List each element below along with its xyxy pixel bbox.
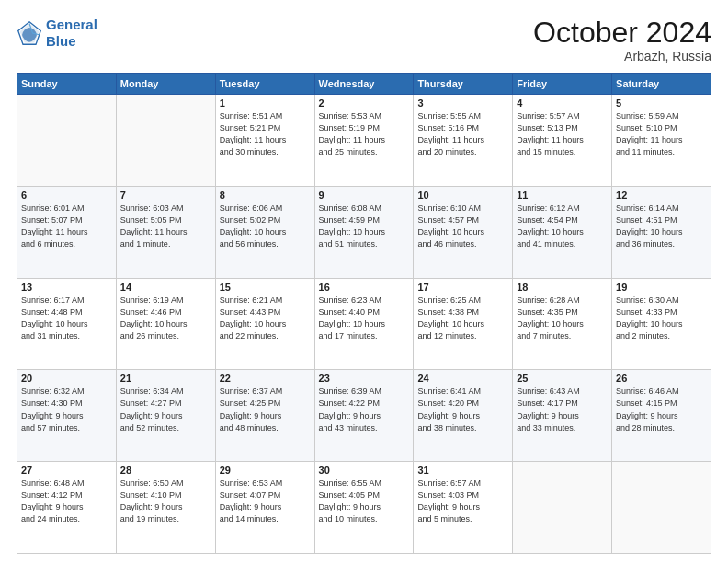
day-number: 31 xyxy=(417,465,508,476)
day-info: Sunrise: 6:50 AM Sunset: 4:10 PM Dayligh… xyxy=(120,477,211,525)
day-number: 15 xyxy=(220,282,311,293)
day-number: 14 xyxy=(120,282,211,293)
page: General Blue October 2024 Arbazh, Russia… xyxy=(0,0,728,563)
week-row-1: 1Sunrise: 5:51 AM Sunset: 5:21 PM Daylig… xyxy=(17,95,711,187)
day-info: Sunrise: 5:57 AM Sunset: 5:13 PM Dayligh… xyxy=(517,110,608,158)
table-cell: 19Sunrise: 6:30 AM Sunset: 4:33 PM Dayli… xyxy=(612,278,711,370)
col-tuesday: Tuesday xyxy=(215,74,314,95)
table-cell: 21Sunrise: 6:34 AM Sunset: 4:27 PM Dayli… xyxy=(116,370,215,462)
table-cell: 22Sunrise: 6:37 AM Sunset: 4:25 PM Dayli… xyxy=(215,370,314,462)
day-number: 27 xyxy=(21,465,112,476)
day-number: 12 xyxy=(616,190,707,201)
table-cell: 6Sunrise: 6:01 AM Sunset: 5:07 PM Daylig… xyxy=(17,186,117,278)
table-cell: 5Sunrise: 5:59 AM Sunset: 5:10 PM Daylig… xyxy=(612,95,711,187)
day-info: Sunrise: 6:12 AM Sunset: 4:54 PM Dayligh… xyxy=(517,202,608,250)
title-block: October 2024 Arbazh, Russia xyxy=(533,17,711,63)
day-number: 29 xyxy=(220,465,311,476)
week-row-5: 27Sunrise: 6:48 AM Sunset: 4:12 PM Dayli… xyxy=(17,462,711,554)
table-cell: 15Sunrise: 6:21 AM Sunset: 4:43 PM Dayli… xyxy=(215,278,314,370)
day-info: Sunrise: 6:28 AM Sunset: 4:35 PM Dayligh… xyxy=(517,294,608,342)
table-cell: 9Sunrise: 6:08 AM Sunset: 4:59 PM Daylig… xyxy=(314,186,414,278)
col-wednesday: Wednesday xyxy=(314,74,414,95)
table-cell xyxy=(513,462,612,554)
day-number: 10 xyxy=(417,190,508,201)
table-cell: 29Sunrise: 6:53 AM Sunset: 4:07 PM Dayli… xyxy=(215,462,314,554)
day-info: Sunrise: 5:55 AM Sunset: 5:16 PM Dayligh… xyxy=(417,110,508,158)
day-number: 13 xyxy=(21,282,112,293)
table-cell: 8Sunrise: 6:06 AM Sunset: 5:02 PM Daylig… xyxy=(215,186,314,278)
col-thursday: Thursday xyxy=(414,74,513,95)
table-cell: 26Sunrise: 6:46 AM Sunset: 4:15 PM Dayli… xyxy=(612,370,711,462)
day-number: 21 xyxy=(120,373,211,384)
day-number: 11 xyxy=(517,190,608,201)
week-row-4: 20Sunrise: 6:32 AM Sunset: 4:30 PM Dayli… xyxy=(17,370,711,462)
day-info: Sunrise: 6:57 AM Sunset: 4:03 PM Dayligh… xyxy=(417,477,508,525)
table-cell: 20Sunrise: 6:32 AM Sunset: 4:30 PM Dayli… xyxy=(17,370,117,462)
day-info: Sunrise: 6:55 AM Sunset: 4:05 PM Dayligh… xyxy=(319,477,410,525)
main-title: October 2024 xyxy=(533,17,711,49)
calendar-header-row: Sunday Monday Tuesday Wednesday Thursday… xyxy=(17,74,711,95)
logo: General Blue xyxy=(17,17,97,50)
col-sunday: Sunday xyxy=(17,74,117,95)
day-info: Sunrise: 6:46 AM Sunset: 4:15 PM Dayligh… xyxy=(616,385,707,433)
day-info: Sunrise: 6:06 AM Sunset: 5:02 PM Dayligh… xyxy=(220,202,311,250)
table-cell: 31Sunrise: 6:57 AM Sunset: 4:03 PM Dayli… xyxy=(414,462,513,554)
day-info: Sunrise: 6:19 AM Sunset: 4:46 PM Dayligh… xyxy=(120,294,211,342)
table-cell: 30Sunrise: 6:55 AM Sunset: 4:05 PM Dayli… xyxy=(314,462,414,554)
table-cell: 3Sunrise: 5:55 AM Sunset: 5:16 PM Daylig… xyxy=(414,95,513,187)
col-monday: Monday xyxy=(116,74,215,95)
day-info: Sunrise: 6:01 AM Sunset: 5:07 PM Dayligh… xyxy=(21,202,112,250)
day-info: Sunrise: 6:03 AM Sunset: 5:05 PM Dayligh… xyxy=(120,202,211,250)
table-cell: 27Sunrise: 6:48 AM Sunset: 4:12 PM Dayli… xyxy=(17,462,117,554)
day-info: Sunrise: 6:21 AM Sunset: 4:43 PM Dayligh… xyxy=(220,294,311,342)
table-cell: 28Sunrise: 6:50 AM Sunset: 4:10 PM Dayli… xyxy=(116,462,215,554)
table-cell: 13Sunrise: 6:17 AM Sunset: 4:48 PM Dayli… xyxy=(17,278,117,370)
day-info: Sunrise: 6:14 AM Sunset: 4:51 PM Dayligh… xyxy=(616,202,707,250)
table-cell: 2Sunrise: 5:53 AM Sunset: 5:19 PM Daylig… xyxy=(314,95,414,187)
day-info: Sunrise: 6:17 AM Sunset: 4:48 PM Dayligh… xyxy=(21,294,112,342)
table-cell: 4Sunrise: 5:57 AM Sunset: 5:13 PM Daylig… xyxy=(513,95,612,187)
day-number: 8 xyxy=(220,190,311,201)
day-number: 17 xyxy=(417,282,508,293)
day-number: 23 xyxy=(319,373,410,384)
day-number: 18 xyxy=(517,282,608,293)
table-cell: 11Sunrise: 6:12 AM Sunset: 4:54 PM Dayli… xyxy=(513,186,612,278)
week-row-3: 13Sunrise: 6:17 AM Sunset: 4:48 PM Dayli… xyxy=(17,278,711,370)
table-cell: 24Sunrise: 6:41 AM Sunset: 4:20 PM Dayli… xyxy=(414,370,513,462)
table-cell: 18Sunrise: 6:28 AM Sunset: 4:35 PM Dayli… xyxy=(513,278,612,370)
day-info: Sunrise: 6:32 AM Sunset: 4:30 PM Dayligh… xyxy=(21,385,112,433)
table-cell xyxy=(17,95,117,187)
table-cell: 7Sunrise: 6:03 AM Sunset: 5:05 PM Daylig… xyxy=(116,186,215,278)
day-number: 28 xyxy=(120,465,211,476)
day-info: Sunrise: 5:59 AM Sunset: 5:10 PM Dayligh… xyxy=(616,110,707,158)
col-friday: Friday xyxy=(513,74,612,95)
day-number: 3 xyxy=(417,98,508,109)
day-number: 22 xyxy=(220,373,311,384)
day-number: 5 xyxy=(616,98,707,109)
header: General Blue October 2024 Arbazh, Russia xyxy=(17,17,711,63)
day-number: 20 xyxy=(21,373,112,384)
day-number: 7 xyxy=(120,190,211,201)
week-row-2: 6Sunrise: 6:01 AM Sunset: 5:07 PM Daylig… xyxy=(17,186,711,278)
table-cell xyxy=(116,95,215,187)
table-cell: 25Sunrise: 6:43 AM Sunset: 4:17 PM Dayli… xyxy=(513,370,612,462)
table-cell: 1Sunrise: 5:51 AM Sunset: 5:21 PM Daylig… xyxy=(215,95,314,187)
day-number: 24 xyxy=(417,373,508,384)
col-saturday: Saturday xyxy=(612,74,711,95)
day-number: 4 xyxy=(517,98,608,109)
day-number: 25 xyxy=(517,373,608,384)
day-info: Sunrise: 6:23 AM Sunset: 4:40 PM Dayligh… xyxy=(319,294,410,342)
day-number: 6 xyxy=(21,190,112,201)
day-info: Sunrise: 5:53 AM Sunset: 5:19 PM Dayligh… xyxy=(319,110,410,158)
day-number: 16 xyxy=(319,282,410,293)
day-info: Sunrise: 6:39 AM Sunset: 4:22 PM Dayligh… xyxy=(319,385,410,433)
table-cell xyxy=(612,462,711,554)
table-cell: 12Sunrise: 6:14 AM Sunset: 4:51 PM Dayli… xyxy=(612,186,711,278)
day-info: Sunrise: 6:30 AM Sunset: 4:33 PM Dayligh… xyxy=(616,294,707,342)
day-info: Sunrise: 6:41 AM Sunset: 4:20 PM Dayligh… xyxy=(417,385,508,433)
table-cell: 14Sunrise: 6:19 AM Sunset: 4:46 PM Dayli… xyxy=(116,278,215,370)
table-cell: 10Sunrise: 6:10 AM Sunset: 4:57 PM Dayli… xyxy=(414,186,513,278)
calendar-table: Sunday Monday Tuesday Wednesday Thursday… xyxy=(17,73,711,554)
day-number: 9 xyxy=(319,190,410,201)
day-info: Sunrise: 6:43 AM Sunset: 4:17 PM Dayligh… xyxy=(517,385,608,433)
